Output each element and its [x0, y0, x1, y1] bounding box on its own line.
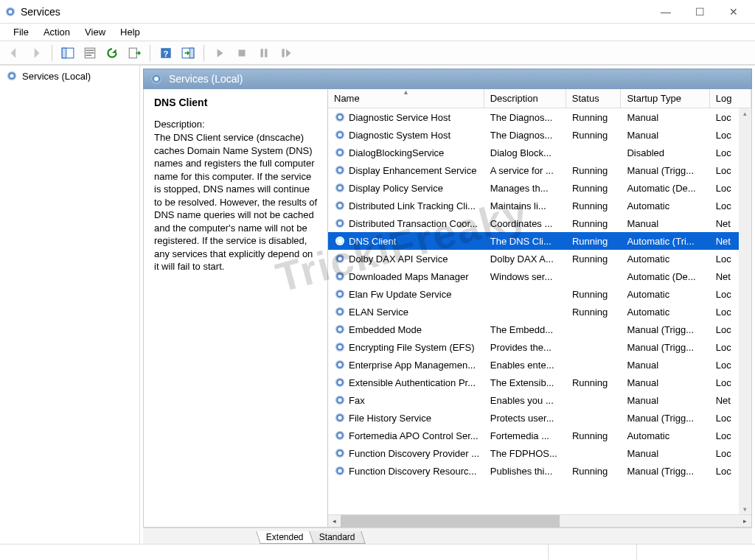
service-row[interactable]: Function Discovery Provider ...The FDPHO… [328, 444, 751, 462]
service-startup: Manual (Trigg... [621, 161, 709, 179]
service-icon [334, 377, 346, 388]
service-row[interactable]: Distributed Transaction Coor...Coordinat… [328, 214, 751, 232]
service-row[interactable]: Distributed Link Tracking Cli...Maintain… [328, 197, 751, 214]
service-icon [334, 306, 346, 318]
column-startup-type[interactable]: Startup Type [621, 89, 709, 108]
service-status: Running [566, 126, 622, 144]
tree-item-services-local[interactable]: Services (Local) [3, 69, 136, 83]
service-row[interactable]: FaxEnables you ...ManualNet [328, 391, 751, 409]
service-row[interactable]: Dolby DAX API ServiceDolby DAX A...Runni… [328, 250, 751, 267]
column-logon-as[interactable]: Log [710, 89, 751, 108]
service-startup: Manual [621, 126, 709, 144]
service-status: Running [566, 232, 622, 250]
help-button[interactable]: ? [156, 43, 175, 63]
panel-split: DNS Client Description: The DNS Client s… [143, 89, 752, 528]
service-icon [334, 465, 346, 477]
service-startup: Manual [621, 374, 709, 391]
service-startup: Manual (Trigg... [621, 321, 709, 338]
service-row[interactable]: Diagnostic System HostThe Diagnos...Runn… [328, 126, 751, 144]
show-hide-action-pane-button[interactable] [178, 43, 198, 63]
tab-extended[interactable]: Extended [256, 531, 313, 544]
show-hide-tree-button[interactable] [58, 43, 77, 63]
service-description: The Diagnos... [484, 126, 566, 144]
svg-rect-7 [86, 52, 94, 53]
scroll-up-icon[interactable]: ▴ [743, 110, 747, 117]
service-name: Function Discovery Provider ... [349, 448, 479, 459]
menu-help[interactable]: Help [113, 25, 147, 39]
service-description: Manages th... [484, 179, 566, 197]
restart-service-button[interactable] [276, 43, 296, 63]
service-icon [334, 253, 346, 265]
service-description: The DNS Cli... [484, 232, 566, 250]
service-row[interactable]: Downloaded Maps ManagerWindows ser...Aut… [328, 267, 751, 285]
service-name: Enterprise App Managemen... [349, 360, 476, 371]
console-tree[interactable]: Services (Local) [0, 66, 140, 544]
service-row[interactable]: ELAN ServiceRunningAutomaticLoc [328, 303, 751, 321]
close-button[interactable]: ✕ [717, 1, 751, 23]
service-icon [334, 235, 346, 247]
svg-text:?: ? [164, 49, 169, 57]
pause-service-button[interactable] [254, 43, 274, 63]
scroll-track[interactable] [341, 515, 739, 528]
service-row[interactable]: Extensible Authentication Pr...The Exten… [328, 374, 751, 391]
menu-file[interactable]: File [6, 25, 36, 39]
refresh-button[interactable] [102, 43, 122, 63]
service-row[interactable]: Function Discovery Resourc...Publishes t… [328, 462, 751, 480]
column-status[interactable]: Status [566, 89, 622, 108]
vertical-scrollbar[interactable]: ▴ ▾ [739, 108, 751, 514]
panel-heading: Services (Local) [143, 69, 752, 89]
toolbar-separator [52, 45, 52, 61]
column-name[interactable]: Name ▲ [328, 89, 484, 108]
service-row[interactable]: Fortemedia APO Control Ser...Fortemedia … [328, 427, 751, 444]
back-button[interactable] [4, 43, 24, 63]
description-label: Description: [154, 119, 319, 130]
properties-button[interactable] [80, 43, 100, 63]
stop-service-button[interactable] [232, 43, 251, 63]
panel-heading-text: Services (Local) [169, 73, 243, 85]
service-row[interactable]: File History ServiceProtects user...Manu… [328, 409, 751, 427]
service-row[interactable]: Display Policy ServiceManages th...Runni… [328, 179, 751, 197]
service-icon [334, 412, 346, 424]
service-row[interactable]: Embedded ModeThe Embedd...Manual (Trigg.… [328, 321, 751, 338]
list-body[interactable]: Diagnostic Service HostThe Diagnos...Run… [328, 108, 751, 514]
service-icon [334, 430, 346, 441]
service-row[interactable]: Diagnostic Service HostThe Diagnos...Run… [328, 108, 751, 126]
toolbar: ? [0, 41, 755, 65]
view-tabs: Extended Standard [143, 528, 752, 544]
minimize-button[interactable]: — [649, 1, 683, 23]
svg-rect-9 [129, 48, 136, 58]
status-cell [637, 545, 755, 560]
service-status: Running [566, 285, 622, 303]
column-description[interactable]: Description [484, 89, 566, 108]
menu-action[interactable]: Action [36, 25, 77, 39]
scroll-right-icon[interactable]: ▸ [739, 515, 751, 528]
forward-button[interactable] [27, 43, 46, 63]
service-status: Running [566, 427, 622, 444]
service-startup: Disabled [621, 144, 709, 161]
service-icon [334, 164, 346, 176]
horizontal-scrollbar[interactable]: ◂ ▸ [328, 514, 751, 527]
service-status: Running [566, 179, 622, 197]
maximize-button[interactable]: ☐ [683, 1, 717, 23]
service-startup: Automatic [621, 197, 709, 214]
service-row[interactable]: Elan Fw Update ServiceRunningAutomaticLo… [328, 285, 751, 303]
service-name: Dolby DAX API Service [349, 253, 448, 265]
service-row[interactable]: DNS ClientThe DNS Cli...RunningAutomatic… [328, 232, 751, 250]
service-description: Coordinates ... [484, 214, 566, 232]
service-status [566, 391, 622, 409]
service-icon [334, 111, 346, 123]
service-startup: Manual [621, 356, 709, 374]
menu-view[interactable]: View [77, 25, 113, 39]
service-name: DialogBlockingService [349, 147, 444, 158]
export-list-button[interactable] [125, 43, 144, 63]
scroll-thumb[interactable] [341, 515, 560, 528]
start-service-button[interactable] [210, 43, 229, 63]
scroll-down-icon[interactable]: ▾ [743, 505, 747, 513]
service-row[interactable]: Encrypting File System (EFS)Provides the… [328, 338, 751, 356]
scroll-left-icon[interactable]: ◂ [328, 515, 341, 528]
service-row[interactable]: Display Enhancement ServiceA service for… [328, 161, 751, 179]
tab-standard[interactable]: Standard [309, 531, 365, 544]
service-row[interactable]: Enterprise App Managemen...Enables ente.… [328, 356, 751, 374]
service-row[interactable]: DialogBlockingServiceDialog Block...Disa… [328, 144, 751, 161]
service-icon [334, 217, 346, 229]
